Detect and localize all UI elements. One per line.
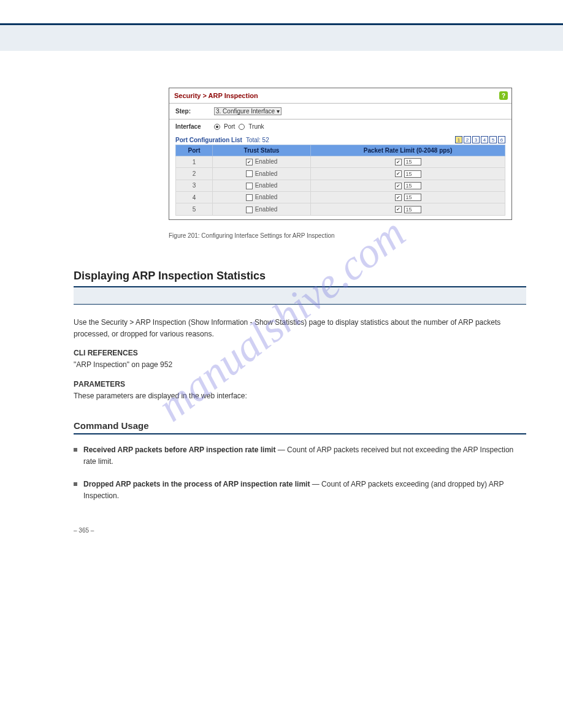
port-config-table: Port Trust Status Packet Rate Limit (0-2… <box>175 145 505 216</box>
cell-trust: Enabled <box>213 203 311 215</box>
help-icon[interactable]: ? <box>499 91 508 100</box>
page-body: Security > ARP Inspection ? Step: 3. Con… <box>0 88 563 534</box>
radio-port[interactable] <box>214 124 220 130</box>
pager-5[interactable]: 5 <box>489 136 497 143</box>
table-row: 5 Enabled 15 <box>176 203 505 215</box>
rate-checkbox[interactable] <box>395 159 402 165</box>
intro-paragraph: Use the Security > ARP Inspection (Show … <box>74 317 526 340</box>
list-item: Dropped ARP packets in the process of AR… <box>74 479 526 502</box>
rate-input[interactable]: 15 <box>404 182 421 189</box>
list-total: Total: 52 <box>246 137 269 143</box>
enabled-label: Enabled <box>255 206 278 213</box>
rate-checkbox[interactable] <box>395 206 402 213</box>
params-caps: P <box>74 380 79 389</box>
radio-trunk-label: Trunk <box>248 123 264 130</box>
breadcrumb-prefix: Security > <box>174 92 209 99</box>
table-row: 2 Enabled 15 <box>176 168 505 180</box>
section-heading: Displaying ARP Inspection Statistics <box>74 270 526 282</box>
list-title: Port Configuration List <box>175 137 242 143</box>
cell-rate: 15 <box>311 168 505 180</box>
cell-rate: 15 <box>311 203 505 215</box>
step-row: Step: 3. Configure Interface ▾ <box>169 104 511 119</box>
step-label: Step: <box>175 108 209 115</box>
chapter-band <box>0 25 563 51</box>
list-header-row: Port Configuration List Total: 52 1 2 3 … <box>169 134 511 145</box>
bullet-icon <box>74 448 77 452</box>
pager-3[interactable]: 3 <box>472 136 480 143</box>
page-footer: – 365 – <box>74 527 526 534</box>
section-band <box>74 286 526 305</box>
rate-input[interactable]: 15 <box>404 194 421 201</box>
trust-checkbox[interactable] <box>246 159 253 165</box>
pager: 1 2 3 4 5 6 <box>455 136 505 143</box>
enabled-label: Enabled <box>255 194 278 200</box>
col-port: Port <box>176 145 213 156</box>
col-rate: Packet Rate Limit (0-2048 pps) <box>311 145 505 156</box>
cli-ref-rest: EFERENCES <box>93 349 137 357</box>
panel-breadcrumb-row: Security > ARP Inspection ? <box>169 88 511 103</box>
list-item: Received ARP packets before ARP inspecti… <box>74 444 526 468</box>
step-select[interactable]: 3. Configure Interface ▾ <box>214 107 282 115</box>
rate-input[interactable]: 15 <box>404 158 421 165</box>
bullet-icon <box>74 482 77 486</box>
figure-caption: Figure 201: Configuring Interface Settin… <box>169 232 526 239</box>
cell-trust: Enabled <box>213 192 311 203</box>
trust-checkbox[interactable] <box>246 170 253 177</box>
cell-port: 2 <box>176 168 213 180</box>
cell-port: 5 <box>176 203 213 215</box>
rate-input[interactable]: 15 <box>404 206 421 213</box>
cell-port: 4 <box>176 192 213 203</box>
rate-input[interactable]: 15 <box>404 170 421 178</box>
enabled-label: Enabled <box>255 170 278 177</box>
table-row: 4 Enabled 15 <box>176 192 505 203</box>
table-row: 3 Enabled 15 <box>176 180 505 191</box>
cli-ref-caps: CLI R <box>74 349 93 357</box>
pager-6[interactable]: 6 <box>498 136 505 143</box>
cell-rate: 15 <box>311 156 505 168</box>
cli-references: CLI REFERENCES "ARP Inspection" on page … <box>74 347 526 371</box>
table-header-row: Port Trust Status Packet Rate Limit (0-2… <box>176 145 505 156</box>
table-row: 1 Enabled 15 <box>176 156 505 168</box>
pager-1[interactable]: 1 <box>455 136 462 143</box>
cell-rate: 15 <box>311 192 505 203</box>
cell-rate: 15 <box>311 180 505 191</box>
cell-port: 3 <box>176 180 213 191</box>
bullet-title: Dropped ARP packets in the process of AR… <box>83 480 312 488</box>
bullet-title: Received ARP packets before ARP inspecti… <box>83 446 278 454</box>
rate-checkbox[interactable] <box>395 194 402 201</box>
interface-label: Interface <box>175 123 209 130</box>
radio-trunk[interactable] <box>239 124 245 130</box>
rate-checkbox[interactable] <box>395 183 402 189</box>
breadcrumb-title: ARP Inspection <box>209 92 258 99</box>
interface-row: Interface Port Trunk <box>169 119 511 134</box>
radio-port-label: Port <box>224 123 235 130</box>
bullet-list: Received ARP packets before ARP inspecti… <box>74 444 526 502</box>
breadcrumb: Security > ARP Inspection <box>174 92 258 99</box>
parameters-heading: PARAMETERS These parameters are displaye… <box>74 379 526 402</box>
params-rest: ARAMETERS <box>79 380 125 389</box>
enabled-label: Enabled <box>255 158 278 165</box>
cell-port: 1 <box>176 156 213 168</box>
params-lead: These parameters are displayed in the we… <box>74 392 247 400</box>
cell-trust: Enabled <box>213 156 311 168</box>
cell-trust: Enabled <box>213 168 311 180</box>
arp-inspection-panel: Security > ARP Inspection ? Step: 3. Con… <box>169 88 512 220</box>
subsection-rule <box>74 433 526 434</box>
cell-trust: Enabled <box>213 180 311 191</box>
trust-checkbox[interactable] <box>246 207 253 213</box>
pager-4[interactable]: 4 <box>481 136 488 143</box>
interface-radio-group: Port Trunk <box>214 123 264 130</box>
cli-ref-body: "ARP Inspection" on page 952 <box>74 360 172 369</box>
rate-checkbox[interactable] <box>395 170 402 177</box>
enabled-label: Enabled <box>255 182 278 189</box>
col-trust: Trust Status <box>213 145 311 156</box>
trust-checkbox[interactable] <box>246 183 253 189</box>
trust-checkbox[interactable] <box>246 194 253 201</box>
subsection-heading: Command Usage <box>74 420 526 431</box>
pager-2[interactable]: 2 <box>464 136 471 143</box>
